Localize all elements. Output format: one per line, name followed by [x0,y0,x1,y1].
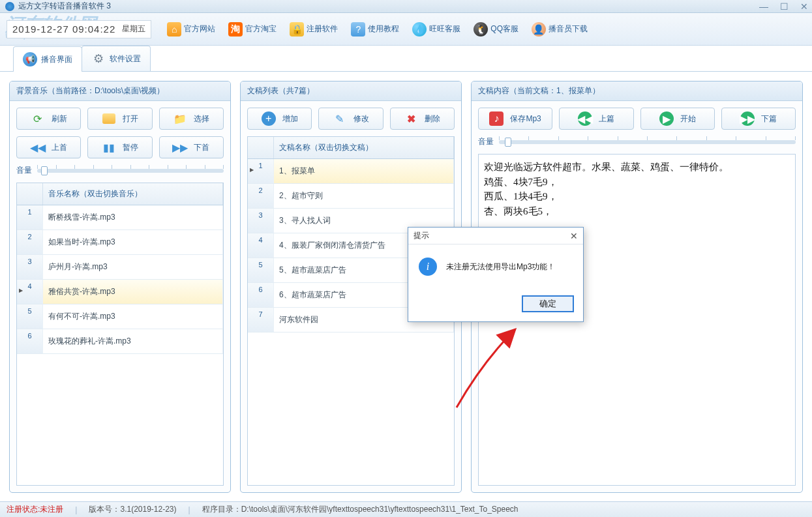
gear-icon: ⚙ [91,52,106,66]
panel-background-music: 背景音乐（当前路径：D:\tools\桌面\视频） ⟳刷新 打开 📁选择 ◀◀上… [9,81,231,493]
alert-dialog: 提示 ✕ i 未注册无法使用导出Mp3功能！ 确定 [408,227,584,322]
row-number: 1 [248,159,274,183]
music-name: 断桥残雪-许嵩.mp3 [43,205,223,229]
tutorial-button[interactable]: ?使用教程 [346,20,404,39]
megaphone-icon: 📢 [23,52,37,66]
folder-open-icon [102,111,116,126]
music-name: 有何不可-许嵩.mp3 [43,304,223,329]
close-button[interactable]: ✕ [800,1,808,12]
status-bar: 注册状态:未注册 | 版本号：3.1(2019-12-23) | 程序目录：D:… [0,501,812,517]
music-volume-label: 音量 [16,165,32,176]
lock-icon: 🔒 [290,22,304,37]
row-number: 6 [248,283,274,307]
pause-button[interactable]: ▮▮暂停 [87,136,152,158]
music-row[interactable]: 2如果当时-许嵩.mp3 [17,230,223,255]
script-row[interactable]: 22、超市守则 [248,184,454,209]
music-name: 如果当时-许嵩.mp3 [43,230,223,254]
row-number: 4 [17,280,43,304]
wangwang-button[interactable]: 💧旺旺客服 [407,20,466,39]
program-dir: 程序目录：D:\tools\桌面\河东软件园\yftexttospeech31\… [202,504,519,515]
dialog-close-button[interactable]: ✕ [570,231,578,241]
pause-icon: ▮▮ [102,140,116,155]
open-button[interactable]: 打开 [87,108,152,130]
row-number: 5 [17,304,43,329]
top-toolbar: 河东软件网 www.pc0359.cn 2019-12-27 09:04:22 … [0,13,812,46]
register-button[interactable]: 🔒注册软件 [284,20,343,39]
titlebar: 远方文字转语音播音软件 3 — ☐ ✕ [0,0,812,13]
announcer-download-button[interactable]: 👤播音员下载 [526,20,593,39]
datetime-box: 2019-12-27 09:04:22 星期五 [7,20,151,38]
dialog-ok-button[interactable]: 确定 [522,295,574,312]
music-volume-row: 音量 [16,165,224,176]
script-row[interactable]: 11、报菜单 [248,159,454,184]
next-script-button[interactable]: ▶▶下篇 [721,108,796,130]
prev-icon: ◀◀ [31,140,45,155]
tab-settings[interactable]: ⚙ 软件设置 [82,46,151,71]
music-row[interactable]: 6玫瑰花的葬礼-许嵩.mp3 [17,329,223,354]
dialog-message: 未注册无法使用导出Mp3功能！ [446,261,555,273]
rewind-icon: ◀◀ [578,111,592,126]
music-grid: 音乐名称（双击切换音乐） 1断桥残雪-许嵩.mp32如果当时-许嵩.mp33庐州… [16,183,224,486]
window-controls: — ☐ ✕ [759,1,808,12]
delete-icon: ✖ [404,111,418,126]
version-label: 版本号：3.1(2019-12-23) [89,504,176,515]
script-name: 1、报菜单 [274,159,454,183]
refresh-button[interactable]: ⟳刷新 [16,108,81,130]
panel-bg-title: 背景音乐（当前路径：D:\tools\桌面\视频） [10,81,230,101]
music-row[interactable]: 5有何不可-许嵩.mp3 [17,304,223,329]
main-tabs: 📢 播音界面 ⚙ 软件设置 [0,46,812,72]
tab-broadcast[interactable]: 📢 播音界面 [13,46,82,72]
edit-script-button[interactable]: ✎修改 [318,108,383,130]
row-number: 3 [248,209,274,233]
row-number: 1 [17,205,43,229]
speech-volume-slider[interactable] [499,140,796,144]
refresh-icon: ⟳ [31,111,45,126]
music-col-name: 音乐名称（双击切换音乐） [43,183,223,205]
delete-script-button[interactable]: ✖删除 [390,108,455,130]
pencil-icon: ✎ [333,111,347,126]
dialog-header[interactable]: 提示 ✕ [408,228,583,244]
row-number: 5 [248,258,274,282]
script-name: 2、超市守则 [274,184,454,208]
help-icon: ? [351,22,365,37]
register-status: 注册状态:未注册 [7,504,63,515]
speech-volume-label: 音量 [478,136,494,147]
play-button[interactable]: ▶开始 [640,108,715,130]
prev-script-button[interactable]: ◀◀上篇 [559,108,633,130]
prev-track-button[interactable]: ◀◀上首 [16,136,81,158]
home-icon: ⌂ [167,22,181,37]
music-volume-slider[interactable] [37,169,224,173]
dialog-title: 提示 [414,230,429,241]
row-number: 2 [248,184,274,208]
panel-script-title: 文稿列表（共7篇） [241,81,461,101]
next-track-button[interactable]: ▶▶下首 [159,136,224,158]
speech-volume-row: 音量 [478,136,796,147]
music-row[interactable]: 1断桥残雪-许嵩.mp3 [17,205,223,230]
music-note-icon: ♪ [489,111,504,126]
announcer-icon: 👤 [532,22,546,37]
panel-content-title: 文稿内容（当前文稿：1、报菜单） [472,81,802,101]
work-area: 背景音乐（当前路径：D:\tools\桌面\视频） ⟳刷新 打开 📁选择 ◀◀上… [0,72,812,502]
maximize-button[interactable]: ☐ [780,1,789,12]
row-number: 6 [17,329,43,353]
app-icon [5,2,14,11]
taobao-icon: 淘 [228,22,243,37]
music-row[interactable]: 4雅俗共赏-许嵩.mp3 [17,280,223,304]
taobao-button[interactable]: 淘官方淘宝 [223,20,282,39]
folder-select-icon: 📁 [173,111,187,126]
date-time: 2019-12-27 09:04:22 [12,23,115,35]
select-button[interactable]: 📁选择 [159,108,224,130]
official-site-button[interactable]: ⌂官方网站 [162,20,220,39]
qq-button[interactable]: 🐧QQ客服 [468,20,524,39]
row-number: 3 [17,255,43,279]
save-mp3-button[interactable]: ♪保存Mp3 [478,108,552,130]
weekday: 星期五 [122,24,145,33]
add-script-button[interactable]: +增加 [247,108,312,130]
row-number: 7 [248,308,274,332]
minimize-button[interactable]: — [759,1,768,12]
music-col-num [17,183,43,205]
music-row[interactable]: 3庐州月-许嵩.mp3 [17,255,223,280]
window-title: 远方文字转语音播音软件 3 [18,1,111,12]
music-name: 庐州月-许嵩.mp3 [43,255,223,279]
wangwang-icon: 💧 [412,22,427,37]
